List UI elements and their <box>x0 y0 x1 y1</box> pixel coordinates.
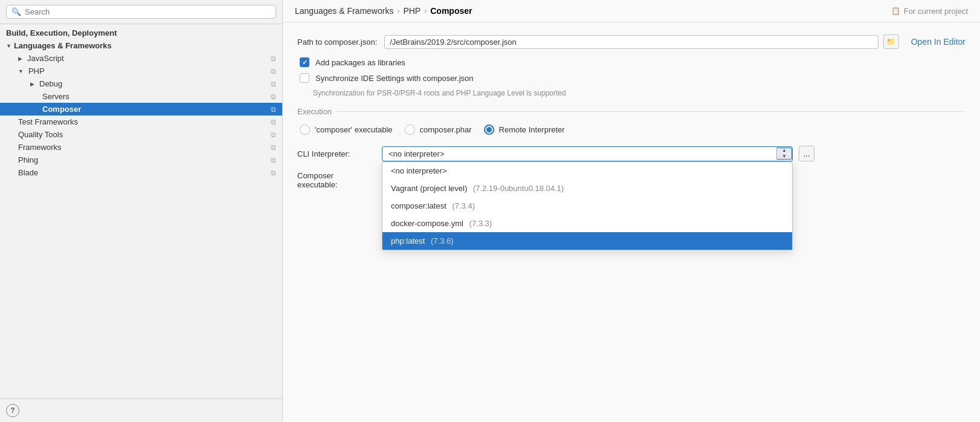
settings-area: Path to composer.json: 📁 Open In Editor … <box>283 22 980 422</box>
breadcrumb-php: PHP <box>403 6 421 16</box>
copy-icon: ⧉ <box>271 93 276 101</box>
add-packages-label: Add packages as libraries <box>315 58 405 67</box>
radio-empty-icon <box>300 125 310 135</box>
radio-remote-interpreter[interactable]: Remote Interpreter <box>484 125 565 135</box>
dropdown-option-vagrant[interactable]: Vagrant (project level) (7.2.19-0ubuntu0… <box>382 180 792 197</box>
radio-composer-phar[interactable]: composer.phar <box>405 125 472 135</box>
search-icon: 🔍 <box>11 7 21 16</box>
add-packages-row: ✓ Add packages as libraries <box>297 57 965 67</box>
option-version: (7.3.3) <box>469 219 492 228</box>
sidebar: 🔍 Build, Execution, Deployment ▼ Languag… <box>0 0 283 422</box>
execution-label: Execution <box>297 107 332 116</box>
search-bar: 🔍 <box>0 0 282 24</box>
sidebar-item-label: JavaScript <box>27 54 267 63</box>
path-label: Path to composer.json: <box>297 37 377 47</box>
copy-icon: ⧉ <box>271 169 276 177</box>
copy-icon: ⧉ <box>271 131 276 139</box>
radio-empty-icon <box>405 125 415 135</box>
sidebar-item-php[interactable]: ▼ PHP ⧉ <box>0 65 282 77</box>
radio-composer-exec[interactable]: 'composer' executable <box>300 125 393 135</box>
sidebar-item-build-execution[interactable]: Build, Execution, Deployment <box>0 27 282 39</box>
dropdown-option-composer-latest[interactable]: composer:latest (7.3.4) <box>382 197 792 215</box>
arrow-down-icon: ▼ <box>782 154 787 159</box>
cli-interpreter-label: CLI Interpreter: <box>297 149 376 158</box>
sync-label: Synchronize IDE Settings with composer.j… <box>315 74 474 83</box>
dropdown-option-docker-compose[interactable]: docker-compose.yml (7.3.3) <box>382 215 792 232</box>
option-version: (7.2.19-0ubuntu0.18.04.1) <box>473 184 564 193</box>
sidebar-item-label: Test Frameworks <box>18 117 267 126</box>
sidebar-item-languages-frameworks[interactable]: ▼ Languages & Frameworks <box>0 39 282 52</box>
option-label: php:latest <box>391 236 425 245</box>
browse-button[interactable]: 📁 <box>883 34 899 49</box>
sidebar-item-label: Servers <box>42 92 267 101</box>
option-label: docker-compose.yml <box>391 219 463 228</box>
execution-section: Execution <box>297 107 965 116</box>
sidebar-item-frameworks[interactable]: Frameworks ⧉ <box>0 141 282 154</box>
for-current-project-label: For current project <box>904 7 968 16</box>
copy-icon: ⧉ <box>271 156 276 164</box>
arrow-down-icon: ▼ <box>6 43 11 49</box>
arrow-right-icon: ▶ <box>18 56 22 62</box>
composer-exec-label: Composer executable: <box>297 171 376 189</box>
sidebar-item-test-frameworks[interactable]: Test Frameworks ⧉ <box>0 115 282 128</box>
radio-label: composer.phar <box>420 125 472 134</box>
project-icon: 📋 <box>891 7 900 15</box>
sync-checkbox[interactable] <box>300 73 309 83</box>
folder-icon: 📁 <box>886 37 895 46</box>
dropdown-wrap: <no interpreter> ▲ ▼ <no interpreter> Va… <box>382 146 793 161</box>
copy-icon: ⧉ <box>271 67 276 76</box>
dropdown-arrow-button[interactable]: ▲ ▼ <box>776 148 792 160</box>
breadcrumb-right: 📋 For current project <box>891 7 968 16</box>
sidebar-item-debug[interactable]: ▶ Debug ⧉ <box>0 77 282 90</box>
option-label: Vagrant (project level) <box>391 184 467 193</box>
arrow-down-icon: ▼ <box>18 68 24 74</box>
copy-icon: ⧉ <box>271 143 276 152</box>
add-packages-checkbox[interactable]: ✓ <box>300 57 309 67</box>
sidebar-item-quality-tools[interactable]: Quality Tools ⧉ <box>0 128 282 141</box>
sync-row: Synchronize IDE Settings with composer.j… <box>297 73 965 83</box>
radio-label: 'composer' executable <box>315 125 393 134</box>
execution-radio-row: 'composer' executable composer.phar Remo… <box>297 125 965 135</box>
option-label: <no interpreter> <box>391 166 447 175</box>
breadcrumb-languages: Languages & Frameworks <box>295 6 393 16</box>
ellipsis-button[interactable]: ... <box>799 146 814 161</box>
sidebar-item-blade[interactable]: Blade ⧉ <box>0 166 282 179</box>
open-in-editor-link[interactable]: Open In Editor <box>911 37 965 47</box>
path-input-wrap: 📁 <box>384 34 898 49</box>
path-row: Path to composer.json: 📁 Open In Editor <box>297 34 965 49</box>
path-input[interactable] <box>384 35 878 49</box>
dropdown-container: <no interpreter> ▲ ▼ <box>382 146 793 161</box>
checkmark-icon: ✓ <box>302 59 308 67</box>
search-wrap: 🔍 <box>6 5 276 19</box>
copy-icon: ⧉ <box>271 54 276 63</box>
dropdown-option-no-interpreter[interactable]: <no interpreter> <box>382 162 792 180</box>
radio-label: Remote Interpreter <box>499 125 565 134</box>
main-content: Languages & Frameworks › PHP › Composer … <box>283 0 980 422</box>
sidebar-item-label: Phing <box>18 155 267 164</box>
search-input[interactable] <box>25 7 271 16</box>
sidebar-item-label: Frameworks <box>18 143 267 152</box>
sidebar-footer: ? <box>0 398 282 422</box>
sidebar-item-phing[interactable]: Phing ⧉ <box>0 154 282 166</box>
sidebar-tree: Build, Execution, Deployment ▼ Languages… <box>0 24 282 398</box>
sidebar-item-servers[interactable]: Servers ⧉ <box>0 90 282 103</box>
breadcrumb-sep-2: › <box>424 7 427 15</box>
sidebar-item-label: Blade <box>18 168 267 177</box>
sidebar-item-label: Build, Execution, Deployment <box>6 28 276 37</box>
breadcrumb: Languages & Frameworks › PHP › Composer … <box>283 0 980 22</box>
sidebar-item-label: Quality Tools <box>18 130 267 139</box>
help-button[interactable]: ? <box>6 404 19 417</box>
arrow-right-icon: ▶ <box>30 81 34 87</box>
dropdown-popup: <no interpreter> Vagrant (project level)… <box>382 161 793 250</box>
dropdown-selected-value: <no interpreter> <box>382 147 776 161</box>
sidebar-item-composer[interactable]: Composer ⧉ <box>0 103 282 115</box>
section-divider <box>337 111 965 112</box>
sidebar-item-label: Languages & Frameworks <box>14 41 276 50</box>
copy-icon: ⧉ <box>271 80 276 88</box>
radio-filled-icon <box>484 125 494 135</box>
dropdown-option-php-latest[interactable]: php:latest (7.3.6) <box>382 232 792 250</box>
copy-icon: ⧉ <box>271 105 276 114</box>
radio-dot <box>486 127 492 132</box>
copy-icon: ⧉ <box>271 118 276 126</box>
sidebar-item-javascript[interactable]: ▶ JavaScript ⧉ <box>0 52 282 65</box>
